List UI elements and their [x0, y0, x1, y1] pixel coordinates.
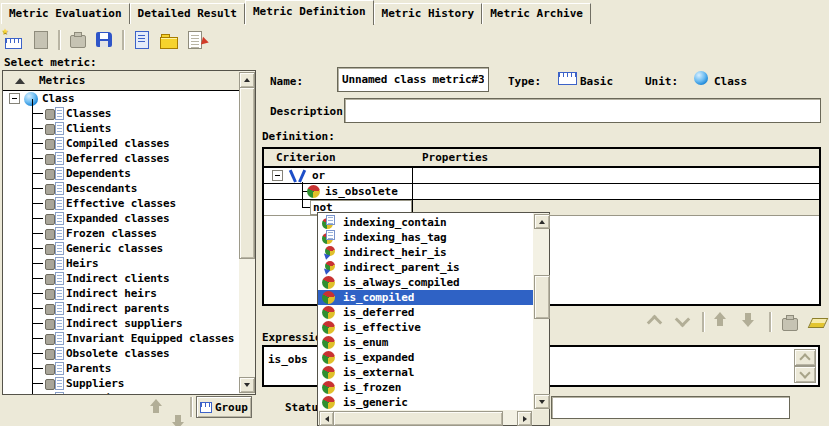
scroll-down-button[interactable]: [534, 394, 550, 409]
metric-tree-item[interactable]: Frozen classes: [3, 226, 239, 241]
criterion-option[interactable]: is_expanded: [318, 350, 533, 365]
move-metric-up-button[interactable]: [149, 399, 164, 414]
metric-tree-item[interactable]: Indirect heirs: [3, 286, 239, 301]
delete-criterion-button[interactable]: [780, 312, 800, 332]
criterion-option[interactable]: indirect_parent_is: [318, 260, 533, 275]
expression-scroll-up-button[interactable]: [794, 349, 816, 366]
down-triangle-icon: [244, 383, 250, 390]
metric-tree-root[interactable]: Class: [3, 91, 239, 106]
metric-tree-item[interactable]: Clients: [3, 121, 239, 136]
metric-tree-item[interactable]: Expanded classes: [3, 211, 239, 226]
grid-header: Criterion Properties: [264, 149, 819, 168]
save-icon: [95, 30, 115, 50]
scroll-up-button[interactable]: [239, 72, 255, 88]
metric-tree-item[interactable]: Suppliers: [3, 376, 239, 391]
criterion-option[interactable]: is_enum: [318, 335, 533, 350]
criterion-option[interactable]: indirect_heir_is: [318, 245, 533, 260]
and-operator-button[interactable]: [646, 312, 666, 332]
metrics-column-header[interactable]: Metrics: [3, 71, 239, 91]
criterion-option-label: is_deferred: [343, 306, 414, 319]
criterion-option[interactable]: is_compiled: [318, 290, 533, 305]
read-only-metric-icon: [45, 332, 64, 345]
metric-tree-item[interactable]: Compiled classes: [3, 136, 239, 151]
status-message-input[interactable]: [551, 396, 790, 419]
description-input[interactable]: [344, 98, 821, 123]
read-only-metric-icon: [45, 212, 64, 225]
scroll-right-button[interactable]: [517, 411, 532, 426]
toolbar-separator: [769, 312, 772, 332]
metric-tree-item[interactable]: Uncompiled classes: [3, 391, 239, 394]
collapse-icon[interactable]: [272, 170, 283, 181]
criterion-option[interactable]: is_effective: [318, 320, 533, 335]
criterion-row-or[interactable]: or: [264, 168, 819, 184]
erase-definition-button[interactable]: [808, 312, 828, 332]
metric-tree-panel: Metrics Class Classes Clients Compiled c…: [2, 70, 256, 395]
delete-metric-button[interactable]: [68, 30, 88, 50]
scroll-left-button[interactable]: [319, 411, 334, 426]
metric-tool-window: Metric EvaluationDetailed ResultMetric D…: [0, 0, 829, 426]
scroll-up-button[interactable]: [534, 214, 550, 229]
metric-tree-item[interactable]: Effective classes: [3, 196, 239, 211]
criterion-option[interactable]: is_frozen: [318, 380, 533, 395]
group-toggle-button[interactable]: Group: [196, 396, 252, 418]
criterion-dropdown: indexing_contain indexing_has_tag indire…: [317, 212, 550, 426]
or-operator-button[interactable]: [674, 312, 694, 332]
read-only-metric-icon: [45, 317, 64, 330]
scrollbar-thumb[interactable]: [333, 411, 503, 426]
metric-name: Indirect clients: [66, 272, 170, 285]
tree-vertical-scrollbar[interactable]: [239, 71, 255, 394]
read-only-metric-icon: [45, 227, 64, 240]
collapse-icon[interactable]: [9, 93, 20, 104]
metric-tree-item[interactable]: Descendants: [3, 181, 239, 196]
criterion-option[interactable]: is_external: [318, 365, 533, 380]
expression-scroll-down-button[interactable]: [794, 366, 816, 383]
tab-detailed-result[interactable]: Detailed Result: [130, 3, 245, 24]
move-criterion-up-button[interactable]: [713, 312, 733, 332]
scroll-down-button[interactable]: [239, 377, 255, 393]
metric-name: Indirect parents: [66, 302, 170, 315]
tab-metric-history[interactable]: Metric History: [374, 3, 483, 24]
duplicate-metric-button[interactable]: [31, 30, 51, 50]
criterion-option-label: indexing_contain: [343, 216, 447, 229]
name-label: Name:: [270, 75, 303, 88]
tab-metric-archive[interactable]: Metric Archive: [482, 3, 591, 24]
criterion-option[interactable]: indexing_has_tag: [318, 230, 533, 245]
or-operator-icon: [291, 169, 304, 182]
ruler-icon: [200, 402, 212, 413]
metric-tree-item[interactable]: Deferred classes: [3, 151, 239, 166]
metric-tree-item[interactable]: Classes: [3, 106, 239, 121]
metric-tree-item[interactable]: Indirect parents: [3, 301, 239, 316]
metric-name-input[interactable]: [337, 67, 489, 92]
criterion-row-is-obsolete[interactable]: is_obsolete: [264, 184, 819, 200]
metric-tree-item[interactable]: Invariant Equipped classes: [3, 331, 239, 346]
tab-bar: Metric EvaluationDetailed ResultMetric D…: [1, 0, 591, 25]
tab-metric-definition[interactable]: Metric Definition: [245, 0, 374, 25]
criterion-option[interactable]: is_always_compiled: [318, 275, 533, 290]
criterion-option-label: is_enum: [343, 336, 388, 349]
metric-tree-item[interactable]: Indirect suppliers: [3, 316, 239, 331]
scrollbar-thumb[interactable]: [239, 87, 255, 259]
open-metric-file-button[interactable]: [159, 30, 179, 50]
criterion-option-label: is_external: [343, 366, 414, 379]
save-metric-button[interactable]: [95, 30, 115, 50]
metric-tree-item[interactable]: Generic classes: [3, 241, 239, 256]
metric-tree-item[interactable]: Dependents: [3, 166, 239, 181]
dropdown-vertical-scrollbar[interactable]: [533, 213, 549, 410]
type-value: Basic: [580, 75, 613, 88]
criterion-option[interactable]: is_deferred: [318, 305, 533, 320]
export-metric-button[interactable]: [186, 30, 206, 50]
metric-tree-item[interactable]: Heirs: [3, 256, 239, 271]
tab-metric-evaluation[interactable]: Metric Evaluation: [1, 3, 130, 24]
dropdown-horizontal-scrollbar[interactable]: [318, 410, 533, 425]
reload-metrics-button[interactable]: [132, 30, 152, 50]
metric-name: Classes: [66, 107, 111, 120]
move-criterion-down-button[interactable]: [741, 312, 761, 332]
criterion-option[interactable]: indexing_contain: [318, 215, 533, 230]
new-metric-button[interactable]: [4, 30, 24, 50]
scrollbar-thumb[interactable]: [534, 275, 550, 319]
metric-tree-item[interactable]: Parents: [3, 361, 239, 376]
metric-tree-item[interactable]: Indirect clients: [3, 271, 239, 286]
metric-tree-item[interactable]: Obsolete classes: [3, 346, 239, 361]
criterion-option[interactable]: is_generic: [318, 395, 533, 410]
move-metric-down-button[interactable]: [171, 414, 186, 426]
